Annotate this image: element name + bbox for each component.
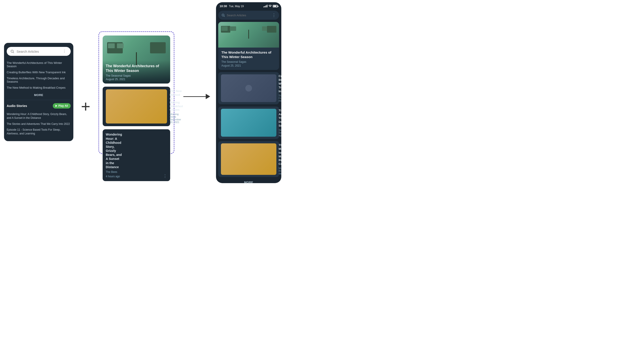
- middle-panel: The Wonderful Architectures of This Wint…: [98, 31, 174, 154]
- article-info-2: Timeless Architecture, Through Decades a…: [278, 109, 281, 137]
- svg-point-0: [11, 50, 14, 52]
- article-meta: Morning Break November 10, 2021: [170, 113, 183, 124]
- right-search-bar[interactable]: ⋮: [218, 11, 279, 20]
- audio-title: Wondering Hour: A Childhood Story, Grizz…: [106, 132, 122, 169]
- middle-article-card[interactable]: The New Method to Making Breakfast Crepe…: [103, 87, 170, 126]
- signal-bars-icon: [264, 5, 268, 7]
- bar4: [267, 5, 268, 7]
- audio-more-dots-icon[interactable]: ⋮: [163, 174, 167, 179]
- right-hero-title: The Wonderful Architectures of This Wint…: [222, 50, 276, 59]
- list-item[interactable]: Episode 11 - Science Based Tools For Sle…: [7, 127, 71, 137]
- article-meta-3: Morning Break 1 day ago: [278, 167, 281, 175]
- left-audio-header: Audio Stories Play All: [7, 103, 71, 109]
- middle-hero-card[interactable]: The Wonderful Architectures of This Wint…: [103, 35, 170, 84]
- audio-source: The Bees: [106, 171, 167, 174]
- status-time-date: 10:30 Tue, May 19: [220, 4, 244, 8]
- list-item[interactable]: Wondering Hour: A Childhood Story, Grizz…: [7, 111, 71, 121]
- audio-card-top: Wondering Hour: A Childhood Story, Grizz…: [106, 132, 167, 169]
- left-more-dots-icon[interactable]: ⋮: [62, 49, 67, 54]
- article-title-3: The New Method to Making Breakfast Crepe…: [278, 143, 281, 166]
- butterfly-visual: [245, 85, 252, 92]
- list-item[interactable]: Timeless Architecture, Through Decades a…: [7, 75, 71, 85]
- left-audio-title: Audio Stories: [7, 104, 27, 108]
- battery-icon: [273, 5, 278, 7]
- window-detail: [117, 43, 124, 48]
- article-date: November 10, 2021: [170, 118, 181, 124]
- bar1: [264, 6, 264, 7]
- right-phone: 10:30 Tue, May 19 ⋮: [216, 2, 281, 183]
- phone-scroll-area: ⋮ The Wonderful Architectures of This Wi…: [216, 9, 281, 183]
- right-more-button[interactable]: MORE: [218, 179, 279, 183]
- lamppost-right: [248, 30, 249, 39]
- search-icon: [10, 49, 14, 53]
- bar2: [264, 6, 265, 7]
- status-date: Tue, May 19: [229, 5, 244, 8]
- article-title-2: Timeless Architecture, Through Decades a…: [278, 109, 281, 128]
- right-hero-channel: The Seasonal Sagas: [222, 60, 276, 63]
- left-play-all-button[interactable]: Play All: [53, 103, 71, 109]
- article-channel-2: Seasonal Sagas: [278, 129, 281, 134]
- audio-time: 4 hours ago: [106, 175, 167, 178]
- svg-line-3: [224, 16, 225, 17]
- article-title-1: Creating Butterflies With New Transparen…: [278, 74, 281, 93]
- right-hero-body: The Wonderful Architectures of This Wint…: [218, 48, 279, 70]
- window-left: [222, 26, 228, 31]
- left-more-button[interactable]: MORE: [7, 93, 71, 97]
- right-article-card-1[interactable]: Creating Butterflies With New Transparen…: [218, 72, 279, 104]
- window-detail: [159, 43, 166, 48]
- left-audio-list: Wondering Hour: A Childhood Story, Grizz…: [7, 111, 71, 137]
- play-icon: [56, 105, 57, 107]
- article-thumbnail: [106, 89, 167, 124]
- play-all-label: Play All: [58, 104, 68, 107]
- list-item[interactable]: The Stories and Adventures That We Carry…: [7, 121, 71, 127]
- list-item[interactable]: The Wonderful Architectures of This Wint…: [7, 60, 71, 69]
- wifi-icon: [268, 5, 272, 7]
- article-info: The New Method to Making Breakfast Crepe…: [170, 89, 183, 124]
- hero-title: The Wonderful Architectures of This Wint…: [106, 64, 167, 73]
- status-bar: 10:30 Tue, May 19: [216, 2, 281, 9]
- arrow-indicator: [183, 94, 210, 99]
- right-article-card-2[interactable]: Timeless Architecture, Through Decades a…: [218, 107, 279, 139]
- article-meta-2: Seasonal Sagas 10 days ago: [278, 129, 281, 137]
- window-right1: [262, 26, 268, 31]
- status-icons: [264, 5, 278, 7]
- article-meta-1: Science Culture 1 month ago: [278, 94, 281, 102]
- list-item[interactable]: The New Method to Making Breakfast Crepe…: [7, 85, 71, 91]
- middle-audio-card[interactable]: Wondering Hour: A Childhood Story, Grizz…: [103, 129, 170, 181]
- left-article-list: The Wonderful Architectures of This Wint…: [7, 60, 71, 91]
- left-search-input[interactable]: [16, 50, 61, 53]
- list-item[interactable]: Creating Butterflies With New Transparen…: [7, 69, 71, 75]
- left-phone: ⋮ The Wonderful Architectures of This Wi…: [4, 43, 73, 141]
- article-thumbnail-3: [221, 143, 276, 175]
- hero-overlay: The Wonderful Architectures of This Wint…: [103, 60, 170, 84]
- section-divider: [7, 100, 71, 100]
- battery-fill: [274, 5, 276, 7]
- article-title: The New Method to Making Breakfast Crepe…: [170, 89, 183, 112]
- arrow-line: [183, 96, 206, 97]
- hero-date: August 25, 2021: [106, 78, 167, 81]
- right-more-dots-icon[interactable]: ⋮: [272, 13, 276, 18]
- article-info-3: The New Method to Making Breakfast Crepe…: [278, 143, 281, 175]
- right-hero-image: [218, 22, 279, 48]
- svg-point-2: [222, 14, 224, 16]
- window-detail: [150, 43, 157, 48]
- article-thumbnail-2: [221, 109, 276, 137]
- status-time: 10:30: [220, 4, 227, 8]
- window-center: [230, 26, 236, 31]
- hero-channel: The Seasonal Sagas: [106, 74, 167, 77]
- article-thumbnail-1: [221, 74, 276, 102]
- article-channel-3: Morning Break: [278, 167, 281, 172]
- right-article-card-3[interactable]: The New Method to Making Breakfast Crepe…: [218, 141, 279, 177]
- article-channel: Morning Break: [170, 113, 179, 118]
- left-search-bar[interactable]: ⋮: [7, 47, 71, 56]
- right-search-input[interactable]: [227, 14, 272, 17]
- bar3: [266, 5, 266, 7]
- window-detail: [108, 43, 115, 48]
- svg-line-1: [13, 52, 14, 53]
- article-channel-1: Science Culture: [278, 94, 281, 99]
- window-right2: [270, 26, 276, 31]
- search-icon: [222, 13, 225, 17]
- arrow-head: [206, 94, 210, 99]
- right-hero-card[interactable]: The Wonderful Architectures of This Wint…: [218, 22, 279, 70]
- article-info-1: Creating Butterflies With New Transparen…: [278, 74, 281, 102]
